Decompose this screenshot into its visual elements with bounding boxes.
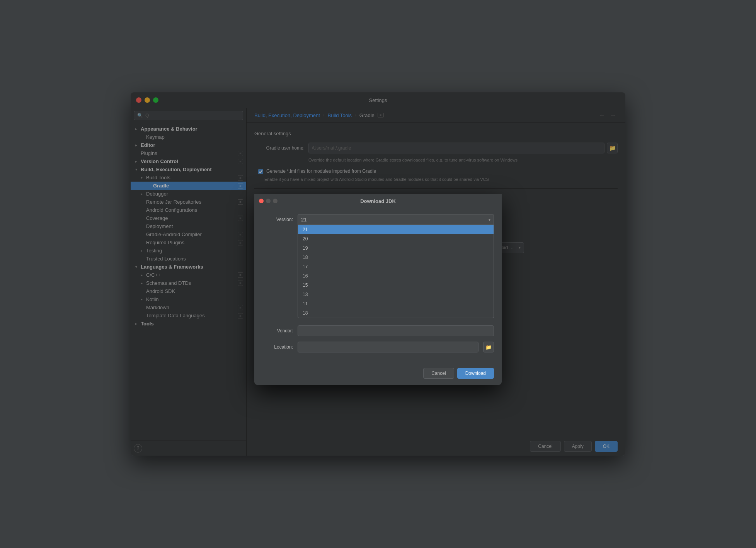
version-option-11[interactable]: 11 <box>298 299 494 308</box>
download-jdk-dialog: Download JDK Version: 21 ▾ 21 2 <box>254 194 502 385</box>
version-option-16[interactable]: 16 <box>298 271 494 281</box>
version-dropdown-container: 21 ▾ 21 20 19 18 17 16 15 13 <box>298 214 494 225</box>
version-option-15[interactable]: 15 <box>298 281 494 290</box>
version-option-19[interactable]: 19 <box>298 243 494 253</box>
settings-window: Settings 🔍 ▸ Appearance & Behavior <box>131 92 625 456</box>
version-option-17[interactable]: 17 <box>298 262 494 271</box>
version-selected-value: 21 <box>301 217 306 223</box>
dialog-location-folder-button[interactable]: 📁 <box>483 342 494 352</box>
version-option-20[interactable]: 20 <box>298 234 494 243</box>
dialog-body: Version: 21 ▾ 21 20 19 18 17 <box>254 208 502 364</box>
dialog-maximize-button[interactable] <box>273 199 278 203</box>
dialog-vendor-label: Vendor: <box>262 328 293 334</box>
dialog-download-button[interactable]: Download <box>457 368 494 379</box>
version-dropdown-open[interactable]: 21 ▾ <box>298 214 494 225</box>
dialog-minimize-button[interactable] <box>266 199 271 203</box>
version-option-18[interactable]: 18 <box>298 253 494 262</box>
dialog-version-row: Version: 21 ▾ 21 20 19 18 17 <box>262 214 494 225</box>
dialog-location-row: Location: 📁 <box>262 342 494 352</box>
dialog-vendor-row: Vendor: <box>262 325 494 336</box>
dialog-overlay: Download JDK Version: 21 ▾ 21 2 <box>131 92 625 456</box>
dialog-close-button[interactable] <box>259 199 264 203</box>
version-dropdown-list: 21 20 19 18 17 16 15 13 11 18 <box>298 225 494 318</box>
dialog-traffic-lights <box>259 199 278 203</box>
version-option-21[interactable]: 21 <box>298 225 494 234</box>
version-option-13[interactable]: 13 <box>298 290 494 299</box>
dialog-version-label: Version: <box>262 217 293 222</box>
version-option-18b[interactable]: 18 <box>298 308 494 318</box>
dialog-footer: Cancel Download <box>254 364 502 385</box>
dialog-vendor-input[interactable] <box>298 325 494 336</box>
version-dropdown-arrow-icon: ▾ <box>489 218 490 222</box>
dialog-location-input[interactable] <box>298 342 478 352</box>
dialog-location-label: Location: <box>262 344 293 350</box>
dialog-title: Download JDK <box>360 198 396 204</box>
dialog-title-bar: Download JDK <box>254 194 502 208</box>
dialog-cancel-button[interactable]: Cancel <box>423 368 454 379</box>
